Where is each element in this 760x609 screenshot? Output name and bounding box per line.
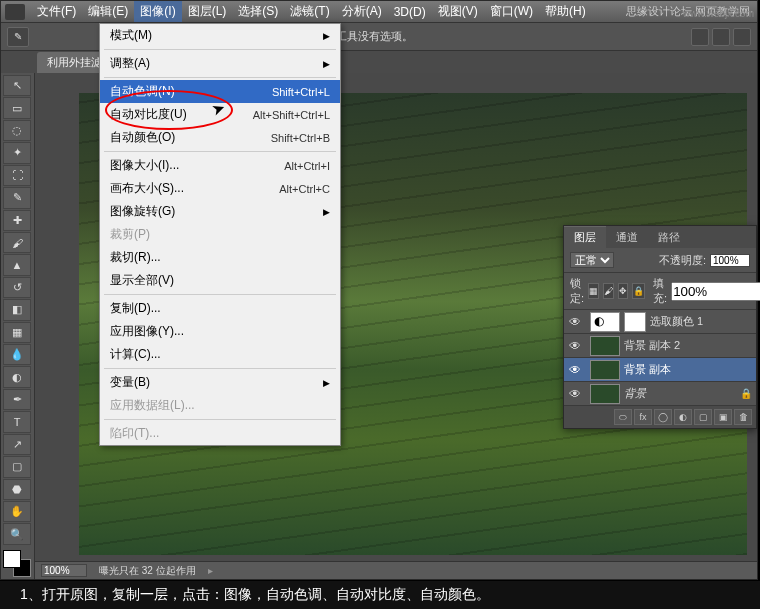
group-icon[interactable]: ▢ bbox=[694, 409, 712, 425]
layer-mask[interactable] bbox=[624, 312, 646, 332]
status-bar: 曝光只在 32 位起作用 ▸ bbox=[35, 561, 757, 579]
menu-auto-contrast[interactable]: 自动对比度(U)Alt+Shift+Ctrl+L bbox=[100, 103, 340, 126]
menu-edit[interactable]: 编辑(E) bbox=[82, 1, 134, 22]
menu-layer[interactable]: 图层(L) bbox=[182, 1, 233, 22]
menu-3d[interactable]: 3D(D) bbox=[388, 3, 432, 21]
menu-trap: 陷印(T)... bbox=[100, 422, 340, 445]
layers-panel: 图层 通道 路径 正常 不透明度: 锁定: ▦ 🖌 ✥ 🔒 填充: 👁 选取 bbox=[563, 225, 757, 429]
status-info: 曝光只在 32 位起作用 bbox=[99, 564, 196, 578]
workspace-icon[interactable] bbox=[691, 28, 709, 46]
zoom-tool[interactable]: 🔍 bbox=[3, 523, 31, 544]
menu-duplicate[interactable]: 复制(D)... bbox=[100, 297, 340, 320]
tab-channels[interactable]: 通道 bbox=[606, 227, 648, 248]
lock-all-icon[interactable]: 🔒 bbox=[632, 283, 645, 299]
menu-image-size[interactable]: 图像大小(I)...Alt+Ctrl+I bbox=[100, 154, 340, 177]
color-swatches[interactable] bbox=[3, 550, 31, 577]
opacity-input[interactable] bbox=[710, 254, 750, 267]
tool-preset-icon[interactable]: ✎ bbox=[7, 27, 29, 47]
foreground-color[interactable] bbox=[3, 550, 21, 568]
menu-auto-tone[interactable]: 自动色调(N)Shift+Ctrl+L bbox=[100, 80, 340, 103]
app-window: 文件(F) 编辑(E) 图像(I) 图层(L) 选择(S) 滤镜(T) 分析(A… bbox=[0, 0, 758, 580]
hand-tool[interactable]: ✋ bbox=[3, 501, 31, 522]
layer-thumb[interactable] bbox=[590, 336, 620, 356]
layer-row[interactable]: 👁 选取颜色 1 bbox=[564, 310, 756, 334]
lock-position-icon[interactable]: ✥ bbox=[618, 283, 628, 299]
gradient-tool[interactable]: ▦ bbox=[3, 322, 31, 343]
menu-variables[interactable]: 变量(B)▶ bbox=[100, 371, 340, 394]
fx-icon[interactable]: fx bbox=[634, 409, 652, 425]
layer-name[interactable]: 选取颜色 1 bbox=[650, 314, 756, 329]
tab-paths[interactable]: 路径 bbox=[648, 227, 690, 248]
zoom-input[interactable] bbox=[41, 564, 87, 577]
tab-layers[interactable]: 图层 bbox=[564, 226, 606, 248]
move-tool[interactable]: ↖ bbox=[3, 75, 31, 96]
menubar: 文件(F) 编辑(E) 图像(I) 图层(L) 选择(S) 滤镜(T) 分析(A… bbox=[1, 1, 757, 23]
layer-thumb[interactable] bbox=[590, 312, 620, 332]
visibility-icon[interactable]: 👁 bbox=[564, 315, 586, 329]
menu-apply-dataset: 应用数据组(L)... bbox=[100, 394, 340, 417]
visibility-icon[interactable]: 👁 bbox=[564, 363, 586, 377]
layer-row[interactable]: 👁 背景 🔒 bbox=[564, 382, 756, 406]
toolbox: ↖ ▭ ◌ ✦ ⛶ ✎ ✚ 🖌 ▲ ↺ ◧ ▦ 💧 ◐ ✒ T ↗ ▢ ⬣ ✋ … bbox=[1, 73, 35, 579]
blend-mode-select[interactable]: 正常 bbox=[570, 252, 614, 268]
layer-thumb[interactable] bbox=[590, 384, 620, 404]
menu-image-rotation[interactable]: 图像旋转(G)▶ bbox=[100, 200, 340, 223]
menu-help[interactable]: 帮助(H) bbox=[539, 1, 592, 22]
layer-name[interactable]: 背景 副本 bbox=[624, 362, 756, 377]
blur-tool[interactable]: 💧 bbox=[3, 344, 31, 365]
layer-name[interactable]: 背景 bbox=[624, 386, 740, 401]
menu-select[interactable]: 选择(S) bbox=[232, 1, 284, 22]
menu-window[interactable]: 窗口(W) bbox=[484, 1, 539, 22]
arrange-icon[interactable] bbox=[733, 28, 751, 46]
shape-tool[interactable]: ▢ bbox=[3, 456, 31, 477]
opacity-label: 不透明度: bbox=[659, 253, 706, 268]
layer-row[interactable]: 👁 背景 副本 2 bbox=[564, 334, 756, 358]
dodge-tool[interactable]: ◐ bbox=[3, 366, 31, 387]
fill-label: 填充: bbox=[653, 276, 667, 306]
marquee-tool[interactable]: ▭ bbox=[3, 97, 31, 118]
visibility-icon[interactable]: 👁 bbox=[564, 387, 586, 401]
crop-tool[interactable]: ⛶ bbox=[3, 165, 31, 186]
new-layer-icon[interactable]: ▣ bbox=[714, 409, 732, 425]
3d-tool[interactable]: ⬣ bbox=[3, 479, 31, 500]
app-logo bbox=[5, 4, 25, 20]
menu-adjustments[interactable]: 调整(A)▶ bbox=[100, 52, 340, 75]
brush-tool[interactable]: 🖌 bbox=[3, 232, 31, 253]
layer-row[interactable]: 👁 背景 副本 bbox=[564, 358, 756, 382]
menu-trim[interactable]: 裁切(R)... bbox=[100, 246, 340, 269]
stamp-tool[interactable]: ▲ bbox=[3, 254, 31, 275]
wand-tool[interactable]: ✦ bbox=[3, 142, 31, 163]
lock-transparency-icon[interactable]: ▦ bbox=[588, 283, 599, 299]
path-tool[interactable]: ↗ bbox=[3, 434, 31, 455]
eyedropper-tool[interactable]: ✎ bbox=[3, 187, 31, 208]
delete-layer-icon[interactable]: 🗑 bbox=[734, 409, 752, 425]
menu-canvas-size[interactable]: 画布大小(S)...Alt+Ctrl+C bbox=[100, 177, 340, 200]
lock-pixels-icon[interactable]: 🖌 bbox=[603, 283, 614, 299]
menu-mode[interactable]: 模式(M)▶ bbox=[100, 24, 340, 47]
layer-name[interactable]: 背景 副本 2 bbox=[624, 338, 756, 353]
menu-analysis[interactable]: 分析(A) bbox=[336, 1, 388, 22]
history-brush-tool[interactable]: ↺ bbox=[3, 277, 31, 298]
type-tool[interactable]: T bbox=[3, 411, 31, 432]
fill-input[interactable] bbox=[671, 282, 760, 301]
eraser-tool[interactable]: ◧ bbox=[3, 299, 31, 320]
screen-mode-icon[interactable] bbox=[712, 28, 730, 46]
mask-icon[interactable]: ◯ bbox=[654, 409, 672, 425]
menu-file[interactable]: 文件(F) bbox=[31, 1, 82, 22]
menu-auto-color[interactable]: 自动颜色(O)Shift+Ctrl+B bbox=[100, 126, 340, 149]
layer-thumb[interactable] bbox=[590, 360, 620, 380]
menu-view[interactable]: 视图(V) bbox=[432, 1, 484, 22]
adjustment-icon[interactable]: ◐ bbox=[674, 409, 692, 425]
link-layers-icon[interactable]: ⬭ bbox=[614, 409, 632, 425]
visibility-icon[interactable]: 👁 bbox=[564, 339, 586, 353]
menu-calculations[interactable]: 计算(C)... bbox=[100, 343, 340, 366]
menu-image[interactable]: 图像(I) bbox=[134, 1, 181, 22]
panel-blend-row: 正常 不透明度: bbox=[564, 248, 756, 273]
lasso-tool[interactable]: ◌ bbox=[3, 120, 31, 141]
pen-tool[interactable]: ✒ bbox=[3, 389, 31, 410]
healing-tool[interactable]: ✚ bbox=[3, 210, 31, 231]
menu-apply-image[interactable]: 应用图像(Y)... bbox=[100, 320, 340, 343]
panel-lock-row: 锁定: ▦ 🖌 ✥ 🔒 填充: bbox=[564, 273, 756, 310]
menu-filter[interactable]: 滤镜(T) bbox=[284, 1, 335, 22]
menu-reveal-all[interactable]: 显示全部(V) bbox=[100, 269, 340, 292]
